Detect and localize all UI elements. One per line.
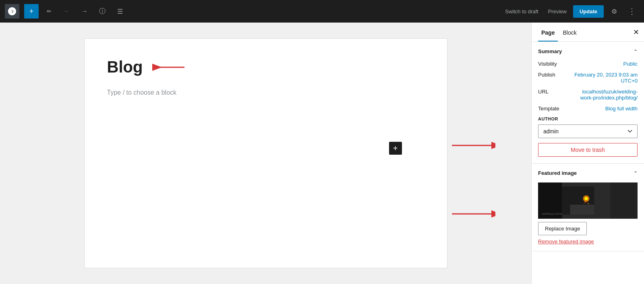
edit-button[interactable]: ✏ [42, 4, 56, 19]
url-row: URL localhost/luzuk/welding-work-pro/ind… [538, 89, 638, 101]
template-row: Template Blog full width [538, 106, 638, 112]
undo-button[interactable]: ← [60, 4, 74, 19]
main-layout: Blog Type / to choose a block + [0, 23, 644, 284]
template-value[interactable]: Blog full width [605, 106, 638, 112]
wp-logo: W [5, 4, 19, 19]
visibility-value[interactable]: Public [623, 61, 638, 67]
author-section: AUTHOR admin [538, 116, 638, 138]
post-title-container: Blog [107, 58, 425, 76]
summary-section-header[interactable]: Summary ⌃ [532, 42, 644, 61]
toolbar-right: Switch to draft Preview Update ⚙ ⋮ [502, 4, 639, 19]
publish-label: Publish [538, 72, 555, 78]
visibility-row: Visibility Public [538, 61, 638, 67]
toolbar: W + ✏ ← → ⓘ ☰ Switch to draft Preview Up… [0, 0, 644, 23]
url-value[interactable]: localhost/luzuk/welding-work-pro/index.p… [573, 89, 638, 101]
summary-chevron-icon: ⌃ [634, 49, 638, 54]
red-arrow-template-icon [451, 139, 495, 153]
featured-image-chevron-icon: ⌃ [634, 170, 638, 176]
replace-image-button[interactable]: Replace Image [538, 222, 587, 235]
post-title-text[interactable]: Blog [107, 58, 143, 76]
editor-area: Blog Type / to choose a block + [0, 23, 531, 284]
sidebar-close-button[interactable]: ✕ [633, 28, 639, 37]
featured-image-section: Featured image ⌃ [532, 164, 644, 251]
more-options-button[interactable]: ⋮ [625, 4, 639, 19]
add-block-toolbar-button[interactable]: + [24, 4, 39, 19]
author-select[interactable]: admin [538, 124, 638, 138]
move-to-trash-button[interactable]: Move to trash [538, 143, 638, 157]
svg-point-20 [584, 203, 585, 204]
svg-rect-15 [570, 205, 594, 215]
svg-text:welding scene: welding scene [542, 212, 563, 216]
settings-button[interactable]: ⚙ [607, 4, 621, 19]
summary-section-body: Visibility Public Publish February 20, 2… [532, 61, 644, 163]
list-view-button[interactable]: ☰ [113, 4, 127, 19]
featured-image-preview[interactable]: welding scene [538, 182, 638, 219]
svg-point-19 [588, 203, 589, 204]
tab-page[interactable]: Page [538, 25, 558, 41]
featured-image-title: Featured image [538, 170, 577, 176]
summary-title: Summary [538, 48, 562, 54]
summary-section: Summary ⌃ Visibility Public Publish Febr… [532, 42, 644, 164]
remove-featured-image-link[interactable]: Remove featured image [538, 238, 638, 245]
publish-value[interactable]: February 20, 2023 9:03 am UTC+0 [573, 72, 638, 84]
red-arrow-featured-icon [451, 208, 495, 222]
featured-image-body: welding scene Replace Image Remove featu… [532, 182, 644, 251]
red-arrow-update-icon [588, 23, 600, 25]
template-label: Template [538, 106, 559, 112]
redo-button[interactable]: → [77, 4, 92, 19]
info-button[interactable]: ⓘ [95, 4, 110, 19]
sidebar-tabs-left: Page Block [538, 25, 580, 41]
preview-button[interactable]: Preview [545, 6, 570, 17]
red-arrow-left-icon [149, 61, 185, 73]
svg-point-14 [585, 197, 588, 200]
switch-to-draft-button[interactable]: Switch to draft [502, 6, 541, 17]
svg-point-18 [585, 201, 586, 203]
update-button[interactable]: Update [573, 5, 604, 18]
editor-content: Blog Type / to choose a block + [85, 39, 447, 268]
block-placeholder: Type / to choose a block [107, 89, 425, 96]
tab-block[interactable]: Block [559, 25, 580, 41]
publish-row: Publish February 20, 2023 9:03 am UTC+0 [538, 72, 638, 84]
sidebar-tabs: Page Block ✕ [532, 23, 644, 42]
svg-text:W: W [10, 9, 14, 14]
visibility-label: Visibility [538, 61, 557, 67]
url-label: URL [538, 89, 549, 95]
featured-image-header[interactable]: Featured image ⌃ [532, 164, 644, 182]
svg-rect-17 [611, 182, 638, 219]
sidebar: Page Block ✕ Summary ⌃ [531, 23, 644, 284]
add-block-inline-button[interactable]: + [389, 142, 402, 155]
author-label: AUTHOR [538, 116, 638, 121]
featured-image-svg: welding scene [538, 182, 638, 219]
